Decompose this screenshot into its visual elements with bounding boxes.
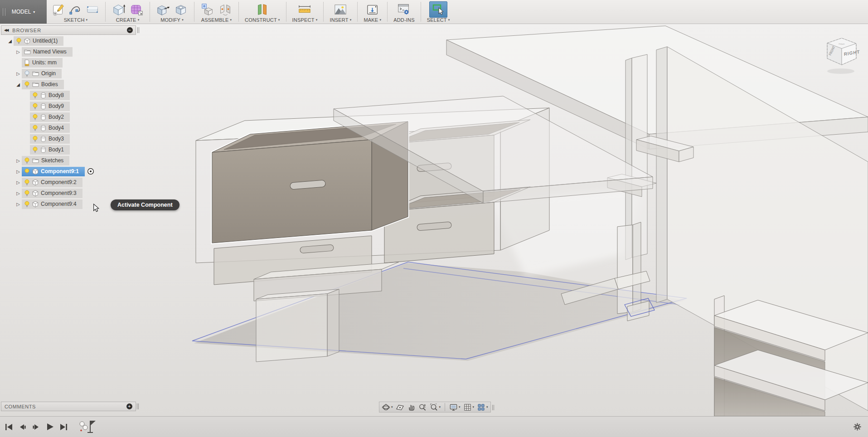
zoom-button[interactable]: [418, 403, 427, 412]
toolbar-group-label[interactable]: INSPECT: [292, 17, 315, 23]
make-3d-print-icon[interactable]: [365, 3, 380, 16]
go-to-start-button[interactable]: [5, 423, 13, 431]
joint-icon[interactable]: [218, 3, 233, 16]
go-to-end-button[interactable]: [59, 423, 68, 431]
create-form-icon[interactable]: [129, 3, 144, 16]
orbit-button[interactable]: ▾: [382, 403, 393, 412]
chevron-down-icon[interactable]: ▾: [86, 18, 88, 22]
expand-arrow-icon[interactable]: ◢: [6, 39, 14, 44]
create-sketch-icon[interactable]: [52, 3, 66, 16]
workspace-switcher[interactable]: MODEL ▾: [0, 0, 47, 24]
toolbar-group-label[interactable]: CREATE: [116, 17, 136, 23]
expand-arrow-icon[interactable]: ◢: [15, 82, 22, 87]
visibility-bulb-icon[interactable]: [24, 168, 30, 175]
visibility-bulb-icon[interactable]: [32, 92, 38, 99]
visibility-bulb-icon[interactable]: [32, 146, 38, 153]
expand-arrow-icon[interactable]: ▷: [15, 180, 22, 185]
shell-icon[interactable]: [174, 3, 188, 16]
browser-item-component9-3[interactable]: ▷ Component9:3: [1, 188, 136, 199]
visibility-bulb-icon[interactable]: [24, 201, 30, 208]
chevron-down-icon[interactable]: ▾: [391, 405, 393, 409]
grid-button[interactable]: ▾: [463, 403, 475, 412]
visibility-bulb-icon[interactable]: [32, 136, 38, 142]
expand-comments-icon[interactable]: +: [126, 403, 132, 409]
chevron-down-icon[interactable]: ▾: [350, 18, 352, 22]
visibility-bulb-icon[interactable]: [32, 125, 38, 131]
toolbar-group-label[interactable]: MODIFY: [160, 17, 180, 23]
browser-item-component9-2[interactable]: ▷ Component9:2: [1, 177, 136, 188]
toolbar-group-label[interactable]: ASSEMBLE: [201, 17, 229, 23]
chevron-down-icon[interactable]: ▾: [439, 405, 441, 409]
viewports-button[interactable]: ▾: [477, 403, 488, 412]
browser-item-body[interactable]: Body3: [1, 133, 136, 144]
comments-panel[interactable]: COMMENTS +: [1, 402, 136, 411]
toolbar-group-label[interactable]: MAKE: [364, 17, 378, 23]
browser-header[interactable]: ◀◀ BROWSER −: [1, 25, 136, 35]
chevron-down-icon[interactable]: ▾: [379, 18, 381, 22]
toolbar-group-label[interactable]: ADD-INS: [393, 17, 415, 23]
visibility-bulb-icon[interactable]: [32, 103, 38, 110]
insert-image-icon[interactable]: [333, 3, 348, 16]
chevron-down-icon[interactable]: ▾: [138, 18, 140, 22]
panel-resize-handle[interactable]: [137, 403, 139, 409]
new-component-icon[interactable]: [200, 3, 215, 16]
visibility-bulb-icon[interactable]: [24, 190, 30, 197]
visibility-bulb-icon[interactable]: [24, 157, 30, 164]
chevron-down-icon[interactable]: ▾: [182, 18, 184, 22]
fit-button[interactable]: ▾: [430, 403, 441, 412]
chevron-down-icon[interactable]: ▾: [448, 18, 450, 22]
chevron-down-icon[interactable]: ▾: [230, 18, 232, 22]
gear-icon[interactable]: [853, 422, 862, 431]
expand-arrow-icon[interactable]: ▷: [15, 49, 22, 54]
display-settings-button[interactable]: ▾: [449, 403, 461, 412]
chevron-down-icon[interactable]: ▾: [459, 405, 461, 409]
rectangle-icon[interactable]: [86, 3, 99, 16]
timeline-playhead-marker[interactable]: [79, 420, 96, 434]
desk-leg-left[interactable]: [256, 289, 339, 362]
press-pull-icon[interactable]: [156, 3, 170, 16]
navbar-handle[interactable]: [492, 405, 494, 410]
browser-item-sketches[interactable]: ▷ Sketches: [1, 155, 136, 166]
browser-item-body[interactable]: Body4: [1, 122, 136, 133]
browser-item-body[interactable]: Body9: [1, 101, 136, 112]
toolbar-group-label[interactable]: SKETCH: [64, 17, 85, 23]
panel-resize-handle[interactable]: [137, 27, 139, 33]
collapse-browser-icon[interactable]: −: [127, 27, 133, 33]
add-ins-scripts-icon[interactable]: [397, 3, 411, 16]
activate-component-radio[interactable]: [87, 168, 94, 175]
visibility-bulb-icon[interactable]: [24, 81, 30, 88]
step-forward-button[interactable]: [32, 423, 40, 431]
visibility-bulb-icon[interactable]: [32, 114, 38, 121]
chevron-down-icon[interactable]: ▾: [278, 18, 280, 22]
construct-plane-icon[interactable]: [255, 3, 270, 16]
expand-arrow-icon[interactable]: ▷: [15, 202, 22, 207]
chevron-down-icon[interactable]: ▾: [316, 18, 318, 22]
toolbar-group-label[interactable]: CONSTRUCT: [245, 17, 277, 23]
browser-item-body[interactable]: Body1: [1, 144, 136, 155]
browser-item-component9-1[interactable]: ▷ Component9:1: [1, 166, 136, 177]
expand-arrow-icon[interactable]: ▷: [15, 71, 22, 76]
visibility-bulb-off-icon[interactable]: [24, 70, 30, 77]
browser-item-units[interactable]: Units: mm: [1, 57, 136, 68]
measure-icon[interactable]: [297, 3, 312, 16]
toolbar-group-label[interactable]: INSERT: [330, 17, 348, 23]
pan-button[interactable]: [407, 403, 416, 412]
browser-item-bodies[interactable]: ◢ Bodies: [1, 79, 136, 90]
new-body-box-icon[interactable]: [112, 3, 126, 16]
play-button[interactable]: [45, 422, 54, 431]
browser-item-body[interactable]: Body2: [1, 112, 136, 122]
visibility-bulb-icon[interactable]: [24, 179, 30, 186]
view-cube[interactable]: RIGHT FRONT TOP: [820, 32, 862, 78]
expand-arrow-icon[interactable]: ▷: [15, 169, 22, 174]
toolbar-group-label[interactable]: SELECT: [427, 17, 447, 23]
browser-item-origin[interactable]: ▷ Origin: [1, 68, 136, 79]
spline-icon[interactable]: [69, 3, 82, 16]
toolbar-grip[interactable]: [3, 8, 5, 16]
collapse-panel-icon[interactable]: ◀◀: [4, 28, 8, 32]
expand-arrow-icon[interactable]: ▷: [15, 191, 22, 196]
browser-item-root[interactable]: ◢ Untitled(1): [1, 35, 136, 46]
select-tool-button[interactable]: [429, 1, 447, 18]
expand-arrow-icon[interactable]: ▷: [15, 158, 22, 163]
browser-item-body[interactable]: Body8: [1, 90, 136, 101]
visibility-bulb-icon[interactable]: [16, 38, 22, 44]
